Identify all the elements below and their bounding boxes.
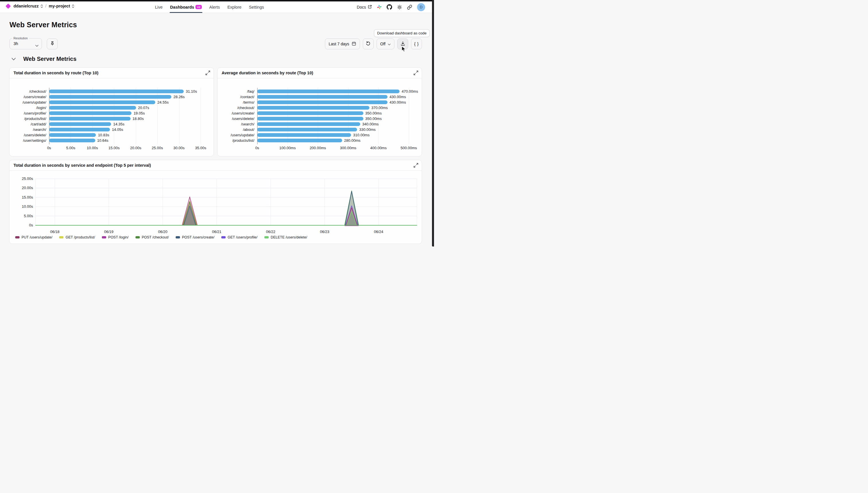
bar-chart-row: /search/14.05s (9, 127, 214, 132)
legend-label: DELETE /users/delete/ (271, 235, 307, 239)
link-icon[interactable] (407, 5, 412, 10)
legend-item[interactable]: POST /login/ (102, 235, 129, 239)
bar-chart-row: /users/update/24.55s (9, 100, 214, 105)
bar[interactable] (257, 138, 342, 142)
bar[interactable] (49, 117, 131, 121)
bar-value-label: 430.00ms (389, 100, 406, 105)
legend-item[interactable]: DELETE /users/delete/ (264, 235, 307, 239)
bar-value-label: 350.00ms (365, 116, 382, 121)
section-collapse-chevron-icon[interactable] (12, 58, 16, 61)
bar-chart-row: /checkout/31.10s (9, 89, 214, 94)
bar-chart-row: /faq/470.00ms (217, 89, 422, 94)
bar[interactable] (257, 133, 351, 137)
legend-label: POST /checkout/ (142, 235, 169, 239)
section-header: Web Server Metrics (12, 56, 76, 62)
bar[interactable] (49, 95, 171, 99)
bar[interactable] (49, 133, 96, 137)
resolution-select[interactable]: Resolution 3h (9, 38, 42, 49)
legend-item[interactable]: PUT /users/update/ (15, 235, 52, 239)
bar[interactable] (49, 122, 111, 126)
project-switcher[interactable]: my-project (49, 4, 70, 8)
bar-category-label: /checkout/ (9, 89, 46, 94)
bar[interactable] (257, 101, 387, 104)
bar[interactable] (49, 128, 110, 131)
bar-value-label: 19.05s (133, 110, 145, 116)
bar-category-label: /users/create/ (9, 94, 46, 100)
bar-category-label: /faq/ (217, 89, 254, 94)
bar-category-label: /user/settings/ (9, 138, 46, 143)
bar[interactable] (257, 128, 357, 131)
tab-live[interactable]: Live (155, 1, 163, 13)
org-switcher[interactable]: ddanielcruzz (14, 4, 39, 8)
bar-category-label: /users/delete/ (217, 116, 254, 121)
bar[interactable] (49, 138, 95, 142)
x-axis-date-label: 06/20 (158, 230, 168, 234)
panel-total-duration-by-route: Total duration in seconds by route (Top … (9, 67, 214, 156)
bar[interactable] (257, 95, 387, 99)
page-title: Web Server Metrics (9, 21, 77, 29)
legend-item[interactable]: GET /products/list/ (59, 235, 95, 239)
legend-item[interactable]: POST /users/create/ (176, 235, 214, 239)
dashboard-toolbar: Last 7 days Off { } (325, 39, 422, 49)
x-axis-tick-label: 100.00ms (279, 146, 296, 150)
bar-value-label: 280.00ms (344, 138, 361, 143)
x-axis-tick-label: 25.00s (152, 146, 163, 150)
bar-value-label: 14.35s (113, 121, 124, 127)
bar-category-label: /terms/ (217, 100, 254, 105)
x-axis-date-label: 06/21 (212, 230, 221, 234)
brand-diamond-logo[interactable] (5, 3, 10, 8)
legend-item[interactable]: POST /checkout/ (135, 235, 169, 239)
tab-alerts[interactable]: Alerts (209, 1, 220, 13)
user-avatar[interactable]: D (417, 3, 425, 11)
x-axis-tick-label: 15.00s (108, 146, 120, 150)
bar-category-label: /users/profile/ (9, 110, 46, 116)
legend-item[interactable]: GET /users/profile/ (221, 235, 257, 239)
bar-value-label: 350.00ms (365, 110, 382, 116)
scrollbar-track[interactable] (432, 0, 434, 246)
chevron-updown-icon[interactable] (72, 4, 75, 8)
legend-label: PUT /users/update/ (22, 235, 52, 239)
bar-value-label: 24.55s (157, 100, 169, 105)
bar[interactable] (49, 101, 155, 104)
auto-refresh-select[interactable]: Off (377, 39, 395, 49)
chevron-down-icon (388, 42, 391, 46)
bar[interactable] (257, 89, 400, 93)
bar[interactable] (257, 122, 360, 126)
bar-category-label: /about/ (217, 127, 254, 132)
tab-explore[interactable]: Explore (227, 1, 241, 13)
time-range-button[interactable]: Last 7 days (325, 39, 360, 49)
bar[interactable] (257, 117, 363, 121)
bar[interactable] (49, 106, 136, 110)
cursor-arrow (401, 46, 407, 53)
bar-chart-row: /search/340.00ms (217, 121, 422, 127)
bar-category-label: /contact/ (217, 94, 254, 100)
legend-swatch (135, 236, 140, 238)
bar[interactable] (49, 89, 184, 93)
tab-dashboards[interactable]: Dashboards V2 (170, 1, 202, 13)
x-axis-date-label: 06/23 (320, 230, 330, 234)
bar-value-label: 370.00ms (372, 105, 388, 110)
bar-category-label: /users/create/ (217, 110, 254, 116)
x-axis-tick-label: 20.00s (130, 146, 141, 150)
x-axis-date-label: 06/22 (266, 230, 276, 234)
refresh-button[interactable] (363, 39, 374, 49)
area-chart-svg (35, 177, 417, 227)
legend-label: GET /users/profile/ (228, 235, 257, 239)
bar-category-label: /products/list/ (9, 116, 46, 121)
bar-chart-row: /products/list/280.00ms (217, 138, 422, 143)
pin-resolution-button[interactable] (47, 39, 58, 49)
docs-link[interactable]: Docs (357, 5, 372, 10)
tab-settings[interactable]: Settings (249, 1, 264, 13)
github-icon[interactable] (387, 4, 392, 10)
bar[interactable] (257, 111, 363, 115)
sun-icon[interactable] (397, 5, 402, 10)
nav-right-actions: Docs D (357, 0, 425, 13)
dashboard-code-button[interactable]: { } (411, 39, 422, 49)
bar[interactable] (49, 111, 131, 115)
legend-label: GET /products/list/ (65, 235, 95, 239)
bar-chart-row: /checkout/370.00ms (217, 105, 422, 110)
chevron-updown-icon[interactable] (41, 4, 43, 8)
bar[interactable] (257, 106, 369, 110)
slack-icon[interactable] (377, 5, 382, 9)
bar-value-label: 470.00ms (402, 89, 418, 94)
